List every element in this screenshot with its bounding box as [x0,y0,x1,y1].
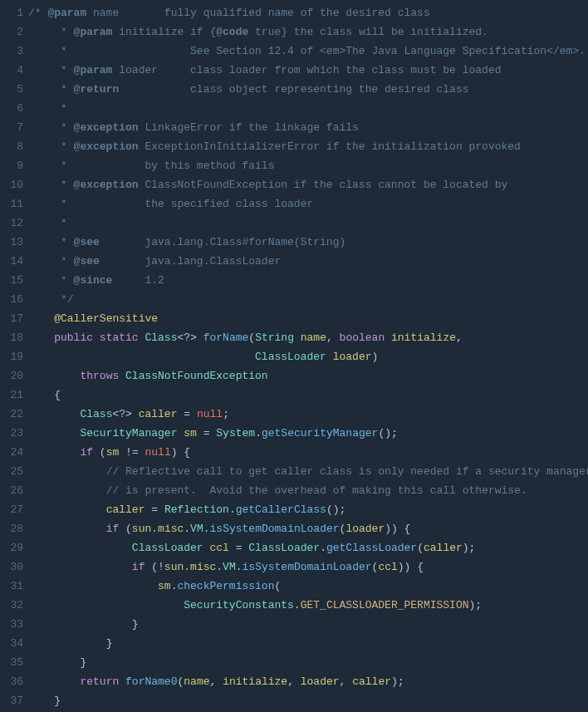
code-line: * @exception ClassNotFoundException if t… [28,175,588,194]
line-number: 15 [0,271,23,290]
code-line: SecurityManager sm = System.getSecurityM… [28,424,588,443]
line-number: 9 [0,156,23,175]
line-number: 36 [0,672,23,691]
line-number: 5 [0,80,23,99]
code-line: } [28,615,588,634]
line-number: 35 [0,653,23,672]
code-editor: 1234567891011121314151617181920212223242… [0,0,588,710]
code-line: * @exception ExceptionInInitializerError… [28,137,588,156]
code-line: // Reflective call to get caller class i… [28,462,588,481]
line-number: 6 [0,99,23,118]
code-line: { [28,385,588,405]
line-number: 25 [0,462,23,481]
code-line: * @see java.lang.Class#forName(String) [28,233,588,252]
code-line: /* @param name fully qualified name of t… [28,3,588,22]
line-number: 11 [0,194,23,214]
line-number: 23 [0,424,23,443]
code-line: * @param initialize if {@code true} the … [28,22,588,42]
line-number: 31 [0,577,23,596]
code-line: * @return class object representing the … [28,80,588,99]
line-number: 20 [0,366,23,385]
code-line: * @since 1.2 [28,271,588,290]
code-line: } [28,691,588,710]
code-line: * by this method fails [28,156,588,175]
code-line: * the specified class loader [28,194,588,214]
line-number: 24 [0,443,23,462]
code-line: ClassLoader ccl = ClassLoader.getClassLo… [28,538,588,557]
code-line: if (!sun.misc.VM.isSystemDomainLoader(cc… [28,557,588,577]
line-number: 32 [0,596,23,615]
code-line: * @exception LinkageError if the linkage… [28,118,588,137]
line-number: 16 [0,290,23,309]
line-number: 19 [0,347,23,366]
line-number: 7 [0,118,23,137]
line-number: 22 [0,405,23,424]
line-number: 13 [0,233,23,252]
code-line: * @param loader class loader from which … [28,61,588,80]
code-line: } [28,634,588,653]
line-number: 8 [0,137,23,156]
line-number: 26 [0,481,23,500]
line-number: 10 [0,175,23,194]
line-number: 18 [0,328,23,347]
code-line: * [28,214,588,233]
line-number: 4 [0,61,23,80]
code-line: if (sun.misc.VM.isSystemDomainLoader(loa… [28,519,588,538]
line-number: 28 [0,519,23,538]
code-line: } [28,653,588,672]
code-line: * See Section 12.4 of <em>The Java Langu… [28,42,588,61]
code-line: @CallerSensitive [28,309,588,328]
code-line: // is present. Avoid the overhead of mak… [28,481,588,500]
line-number: 30 [0,557,23,577]
line-number: 29 [0,538,23,557]
line-number-gutter: 1234567891011121314151617181920212223242… [0,3,28,710]
line-number: 1 [0,3,23,22]
code-area: /* @param name fully qualified name of t… [28,3,588,710]
line-number: 37 [0,691,23,710]
code-line: public static Class<?> forName(String na… [28,328,588,347]
line-number: 33 [0,615,23,634]
code-line: return forName0(name, initialize, loader… [28,672,588,691]
code-line: ClassLoader loader) [28,347,588,366]
code-line: caller = Reflection.getCallerClass(); [28,500,588,519]
line-number: 2 [0,22,23,42]
line-number: 34 [0,634,23,653]
line-number: 21 [0,385,23,405]
line-number: 14 [0,252,23,271]
code-line: */ [28,290,588,309]
code-line: * [28,99,588,118]
code-line: sm.checkPermission( [28,577,588,596]
code-line: throws ClassNotFoundException [28,366,588,385]
line-number: 12 [0,214,23,233]
line-number: 27 [0,500,23,519]
code-line: SecurityConstants.GET_CLASSLOADER_PERMIS… [28,596,588,615]
code-line: if (sm != null) { [28,443,588,462]
line-number: 17 [0,309,23,328]
code-line: * @see java.lang.ClassLoader [28,252,588,271]
line-number: 3 [0,42,23,61]
code-line: Class<?> caller = null; [28,405,588,424]
